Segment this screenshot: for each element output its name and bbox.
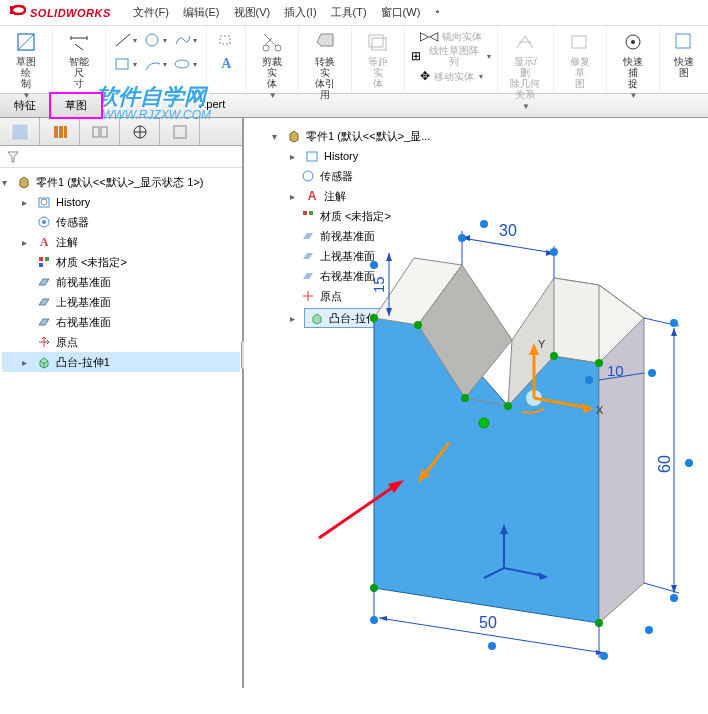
tree-sensors[interactable]: 传感器 bbox=[2, 212, 240, 232]
snap-button[interactable]: 快速捕 捉 ▼ bbox=[611, 28, 655, 102]
tree-material[interactable]: 材质 <未指定> bbox=[2, 252, 240, 272]
dim-handle[interactable] bbox=[670, 594, 678, 602]
svg-point-6 bbox=[275, 45, 281, 51]
spline-tool[interactable]: ▾ bbox=[172, 30, 198, 50]
ribbon-group-repair: 修复草 图 bbox=[554, 26, 607, 93]
tab-sketch[interactable]: 草图 bbox=[49, 92, 103, 119]
expand-icon[interactable]: ▸ bbox=[22, 357, 32, 368]
tree-front-plane[interactable]: 前视基准面 bbox=[2, 272, 240, 292]
tree-sensors-label: 传感器 bbox=[56, 215, 89, 230]
expand-icon[interactable]: ▸ bbox=[22, 197, 32, 208]
tree-history-label: History bbox=[56, 196, 90, 208]
app-logo: SOLIDWORKS bbox=[0, 0, 119, 25]
rect-tool[interactable]: ▾ bbox=[112, 54, 138, 74]
offset-button[interactable]: 等距实 体 bbox=[356, 28, 400, 91]
tree-boss-extrude-label: 凸台-拉伸1 bbox=[56, 355, 110, 370]
dimension-60[interactable]: 60 bbox=[644, 318, 693, 602]
dim-handle[interactable] bbox=[370, 261, 378, 269]
dim-handle[interactable] bbox=[458, 234, 466, 242]
dim-handle[interactable] bbox=[550, 248, 558, 256]
tree-root-label: 零件1 (默认<<默认>_显示状态 1>) bbox=[36, 175, 204, 190]
pattern-label[interactable]: 线性草图阵列 bbox=[425, 45, 482, 67]
menu-window[interactable]: 窗口(W) bbox=[375, 1, 427, 24]
dimension-30[interactable]: 30 bbox=[458, 220, 558, 278]
tree-boss-extrude[interactable]: ▸ 凸台-拉伸1 bbox=[2, 352, 240, 372]
tree-right-plane[interactable]: 右视基准面 bbox=[2, 312, 240, 332]
smart-dim-button[interactable]: 智能尺 寸 ▼ bbox=[57, 28, 101, 102]
svg-point-3 bbox=[175, 60, 189, 68]
ribbon-group-pattern: ▷◁镜向实体 ⊞线性草图阵列▾ ✥移动实体▾ bbox=[405, 26, 498, 93]
model-viewport[interactable]: 30 15 10 60 bbox=[244, 118, 704, 688]
chevron-down-icon: ▼ bbox=[269, 91, 277, 100]
text-tool[interactable]: A bbox=[213, 54, 239, 74]
dim-handle[interactable] bbox=[685, 459, 693, 467]
dim-handle[interactable] bbox=[670, 319, 678, 327]
tree-top-plane[interactable]: 上视基准面 bbox=[2, 292, 240, 312]
dim-handle[interactable] bbox=[585, 376, 593, 384]
ellipse-tool[interactable]: ▾ bbox=[172, 54, 198, 74]
relations-button[interactable]: 显示/删 除几何 关系 ▼ bbox=[502, 28, 549, 113]
edge-handle[interactable] bbox=[370, 314, 378, 322]
dimension-15[interactable]: 15 bbox=[370, 253, 392, 316]
edge-handle[interactable] bbox=[461, 394, 469, 402]
menu-more-icon[interactable]: ⋆ bbox=[428, 1, 447, 24]
circle-tool[interactable]: ▾ bbox=[142, 30, 168, 50]
menu-file[interactable]: 文件(F) bbox=[127, 1, 175, 24]
edge-handle[interactable] bbox=[550, 352, 558, 360]
menu-view[interactable]: 视图(V) bbox=[228, 1, 277, 24]
dim-handle[interactable] bbox=[370, 616, 378, 624]
arc-tool[interactable]: ▾ bbox=[142, 54, 168, 74]
ribbon-group-quick: 快速 图 bbox=[660, 26, 708, 93]
expand-icon[interactable]: ▸ bbox=[22, 237, 32, 248]
edge-handle[interactable] bbox=[504, 402, 512, 410]
offset-label: 等距实 体 bbox=[364, 56, 392, 89]
funnel-icon bbox=[6, 150, 20, 164]
line-tool[interactable]: ▾ bbox=[112, 30, 138, 50]
dim-handle[interactable] bbox=[488, 642, 496, 650]
svg-rect-21 bbox=[93, 127, 99, 137]
graphics-area[interactable]: ▾ 零件1 (默认<<默认>_显... ▸ History 传感器 ▸A 注解 … bbox=[244, 118, 708, 688]
plane-icon bbox=[36, 294, 52, 310]
point-tool[interactable] bbox=[213, 30, 239, 50]
convert-button[interactable]: 转换实 体引用 bbox=[303, 28, 347, 102]
dim-handle[interactable] bbox=[645, 626, 653, 634]
mirror-label[interactable]: 镜向实体 bbox=[442, 31, 482, 42]
dim-handle[interactable] bbox=[480, 220, 488, 228]
quick-sketch-button[interactable]: 快速 图 bbox=[664, 28, 704, 80]
edge-handle[interactable] bbox=[414, 321, 422, 329]
sketch-button[interactable]: 草图绘 制 ▼ bbox=[4, 28, 48, 102]
sidebar-tab-dimxpert[interactable] bbox=[120, 118, 160, 145]
quick-sketch-label: 快速 图 bbox=[674, 56, 694, 78]
edge-handle[interactable] bbox=[595, 359, 603, 367]
smart-dim-label: 智能尺 寸 bbox=[65, 56, 93, 89]
repair-button[interactable]: 修复草 图 bbox=[558, 28, 602, 91]
sidebar-tab-property[interactable] bbox=[40, 118, 80, 145]
tree-origin[interactable]: 原点 bbox=[2, 332, 240, 352]
filter-bar[interactable] bbox=[0, 146, 242, 168]
move-label[interactable]: 移动实体 bbox=[434, 71, 474, 82]
dim-handle[interactable] bbox=[648, 369, 656, 377]
watermark-url: WWW.RJZXW.COM bbox=[102, 108, 211, 122]
dim-handle[interactable] bbox=[600, 652, 608, 660]
menu-edit[interactable]: 编辑(E) bbox=[177, 1, 226, 24]
menu-insert[interactable]: 插入(I) bbox=[278, 1, 322, 24]
trim-icon bbox=[260, 30, 284, 54]
tree-root[interactable]: ▾ 零件1 (默认<<默认>_显示状态 1>) bbox=[2, 172, 240, 192]
quick-sketch-icon bbox=[672, 30, 696, 54]
move-icon: ✥ bbox=[420, 69, 430, 83]
trim-button[interactable]: 剪裁实 体 ▼ bbox=[250, 28, 294, 102]
svg-point-1 bbox=[146, 34, 158, 46]
menu-tools[interactable]: 工具(T) bbox=[325, 1, 373, 24]
svg-rect-30 bbox=[45, 257, 49, 261]
sidebar-tab-display[interactable] bbox=[160, 118, 200, 145]
dim-value: 60 bbox=[656, 455, 673, 473]
sidebar-tabs bbox=[0, 118, 242, 146]
tree-annotations[interactable]: ▸ A 注解 bbox=[2, 232, 240, 252]
sidebar-tab-feature-tree[interactable] bbox=[0, 118, 40, 145]
sidebar-tab-config[interactable] bbox=[80, 118, 120, 145]
tree-history[interactable]: ▸ History bbox=[2, 192, 240, 212]
face-center-handle[interactable] bbox=[479, 418, 489, 428]
collapse-icon[interactable]: ▾ bbox=[2, 177, 12, 188]
snap-label: 快速捕 捉 bbox=[619, 56, 647, 89]
svg-rect-31 bbox=[39, 263, 43, 267]
